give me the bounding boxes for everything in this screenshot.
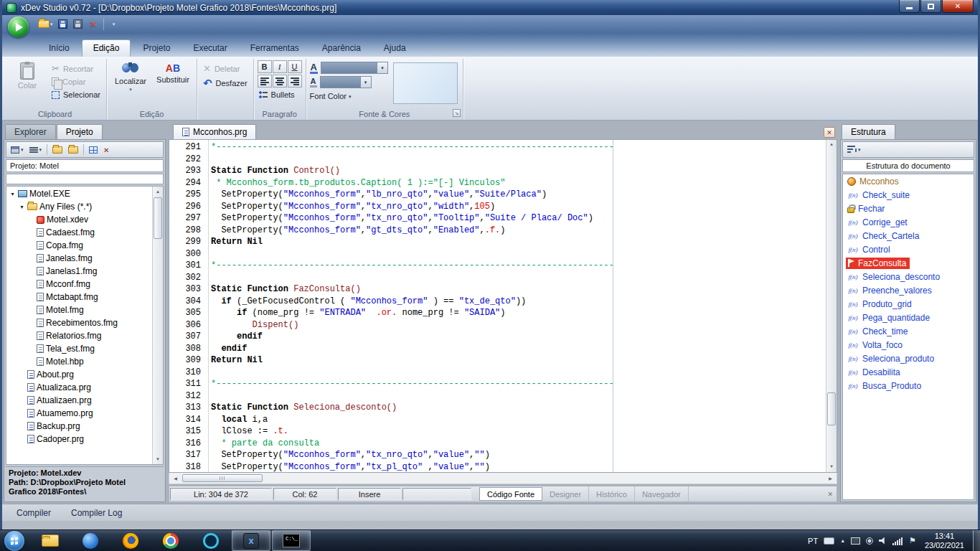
keyboard-icon[interactable] [824, 537, 834, 545]
font-color-button[interactable]: Font Color ▾ [310, 90, 388, 100]
structure-item[interactable]: f(n)Seleciona_produto [843, 352, 974, 365]
italic-button[interactable]: I [273, 60, 287, 73]
tree-item[interactable]: Atualizaca.prg [7, 381, 151, 394]
tree-item[interactable]: Atualizaen.prg [7, 394, 151, 407]
tree-item[interactable]: Mcconf.fmg [7, 278, 151, 291]
tree-item[interactable]: About.prg [7, 368, 151, 381]
tree-item[interactable]: Mctabapt.fmg [7, 291, 151, 303]
statusbar-close-icon[interactable]: ✕ [827, 491, 833, 498]
align-right-button[interactable] [288, 75, 302, 88]
scroll-up-icon[interactable]: ▲ [826, 140, 837, 150]
undo-button[interactable]: ↶Desfazer [201, 77, 250, 89]
view-tab-codigo-fonte[interactable]: Código Fonte [479, 487, 542, 501]
close-file-button[interactable]: ✕ [87, 17, 100, 32]
tree-item[interactable]: Relatorios.fmg [7, 329, 151, 342]
minimize-button[interactable] [899, 0, 920, 13]
view-tab-navegador[interactable]: Navegador [635, 486, 689, 501]
tree-item[interactable]: Copa.fmg [7, 239, 151, 252]
taskbar-icon-explorer[interactable] [31, 530, 70, 551]
grid-view-button[interactable] [87, 143, 100, 156]
taskbar-icon-cmd[interactable] [272, 530, 311, 551]
cut-button[interactable]: ✂Recortar [50, 63, 103, 74]
tree-item[interactable]: Backup.prg [7, 420, 151, 433]
view-tab-historico[interactable]: Histórico [589, 486, 635, 501]
tree-item[interactable]: Atuamemo.prg [7, 407, 151, 420]
expander-icon[interactable]: ▾ [19, 204, 25, 210]
paste-button[interactable]: Colar [7, 60, 47, 92]
restore-button[interactable] [920, 0, 941, 13]
structure-item[interactable]: f(n)Produto_grid [843, 297, 974, 311]
close-editor-tab-button[interactable]: ✕ [824, 127, 835, 138]
scroll-down-icon[interactable]: ▼ [153, 454, 163, 464]
copy-button[interactable]: Copiar [50, 77, 103, 87]
customize-toolbar-button[interactable]: ▾ [108, 17, 121, 32]
tab-estrutura[interactable]: Estrutura [842, 124, 895, 139]
run-button[interactable] [8, 17, 29, 37]
structure-item[interactable]: f(n)Seleciona_desconto [843, 270, 974, 283]
underline-button[interactable]: U [288, 60, 302, 73]
bold-button[interactable]: B [258, 60, 272, 73]
scrollbar-thumb[interactable] [182, 474, 263, 482]
expander-icon[interactable]: ▾ [9, 191, 16, 197]
view-windows-button[interactable]: ▾ [9, 143, 26, 156]
structure-item[interactable]: f(n)Corrige_get [843, 215, 974, 229]
tree-item[interactable]: Cadoper.prg [7, 433, 151, 446]
tree-item[interactable]: Cadaest.fmg [7, 226, 151, 239]
view-list-button[interactable]: ▾ [27, 143, 44, 156]
ribbon-tab-aparencia[interactable]: Aparência [311, 40, 372, 57]
editor-tab-mcconhos[interactable]: Mcconhos.prg [173, 124, 256, 139]
show-desktop-button[interactable] [973, 530, 980, 551]
structure-list[interactable]: Mcconhosf(n)Check_suiteFecharf(n)Corrige… [842, 174, 974, 500]
code-editor[interactable]: 291*------------------------------------… [169, 139, 837, 473]
volume-icon[interactable] [879, 537, 887, 545]
scrollbar-thumb[interactable] [827, 392, 836, 425]
dialog-launcher-icon[interactable]: ↘ [453, 109, 461, 117]
structure-item[interactable]: f(n)Control [843, 242, 974, 256]
tab-explorer[interactable]: Explorer [5, 124, 56, 139]
titlebar[interactable]: xDev Studio v0.72 - [D:\Dropbox\Projeto … [2, 0, 978, 15]
structure-item[interactable]: f(n)Check_time [843, 324, 974, 338]
scroll-right-icon[interactable]: ▶ [826, 476, 835, 481]
structure-item[interactable]: f(n)Preenche_valores [843, 283, 974, 297]
align-center-button[interactable] [273, 75, 287, 88]
tray-expand-icon[interactable]: ▲ [840, 538, 845, 543]
tree-scrollbar[interactable]: ▲ ▼ [152, 187, 163, 464]
ribbon-tab-executar[interactable]: Executar [182, 40, 237, 57]
structure-item[interactable]: FazConsulta [843, 256, 974, 270]
ribbon-tab-edicao[interactable]: Edição [82, 39, 131, 57]
taskbar-icon-opera[interactable] [192, 530, 230, 551]
ribbon-tab-inicio[interactable]: Início [38, 40, 80, 57]
taskbar-icon-app-blue[interactable] [71, 530, 110, 551]
structure-item[interactable]: f(n)Pega_quantidade [843, 311, 974, 324]
close-button[interactable]: ✕ [942, 0, 974, 13]
editor-hscrollbar[interactable]: ◀ ▶ [169, 473, 837, 484]
delete-button[interactable]: ✕Deletar [201, 63, 250, 74]
structure-item[interactable]: f(n)Volta_foco [843, 338, 974, 352]
tree-item[interactable]: Motel.xdev [7, 213, 151, 226]
select-button[interactable]: Selecionar [50, 90, 103, 100]
structure-item[interactable]: Mcconhos [843, 174, 974, 188]
open-project-quick-button[interactable]: ▾ [37, 17, 55, 32]
taskbar-icon-firefox[interactable] [111, 530, 150, 551]
action-center-icon[interactable]: ⚑ [909, 537, 916, 545]
add-file-button[interactable] [66, 143, 80, 156]
find-button[interactable]: Localizar ▾ [110, 60, 151, 94]
tab-projeto[interactable]: Projeto [57, 124, 103, 139]
update-icon[interactable] [866, 537, 873, 545]
replace-button[interactable]: Substituir [153, 60, 193, 86]
structure-item[interactable]: f(n)Check_suite [843, 188, 974, 202]
editor-vscrollbar[interactable]: ▲ ▼ [826, 140, 837, 472]
font-family-dropdown[interactable]: ▾ [321, 62, 388, 74]
bullets-button[interactable]: Bullets [258, 89, 302, 100]
structure-item[interactable]: Fechar [843, 202, 974, 215]
taskbar-icon-chrome[interactable] [151, 530, 190, 551]
scroll-down-icon[interactable]: ▼ [826, 462, 837, 472]
bottom-tab-compiler[interactable]: Compiler [17, 508, 51, 518]
open-project-button[interactable] [50, 143, 65, 156]
tree-item[interactable]: ▾Any Files (*.*) [7, 200, 151, 213]
language-indicator[interactable]: PT [808, 537, 818, 545]
scroll-up-icon[interactable]: ▲ [153, 187, 163, 197]
save-all-button[interactable] [72, 17, 85, 32]
align-left-button[interactable] [258, 75, 272, 88]
clock[interactable]: 13:41 23/02/2021 [922, 532, 967, 550]
